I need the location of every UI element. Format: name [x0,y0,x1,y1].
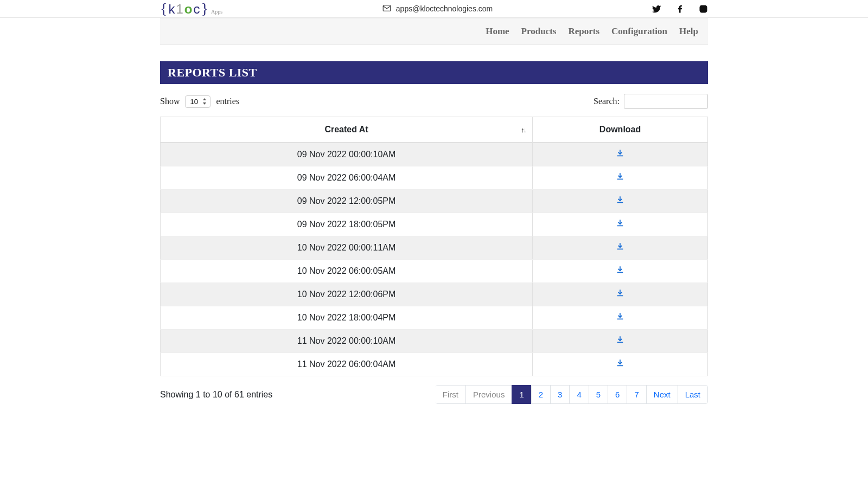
download-icon[interactable] [616,336,624,344]
table-info-text: Showing 1 to 10 of 61 entries [160,390,272,400]
cell-created-at: 09 Nov 2022 06:00:04AM [161,166,533,190]
cell-download [533,143,708,166]
pagination-previous: Previous [465,385,512,404]
cell-created-at: 09 Nov 2022 12:00:05PM [161,190,533,213]
table-row: 11 Nov 2022 06:00:04AM [161,353,708,376]
brand-logo[interactable]: {k1oc}Apps [160,0,222,17]
page-size-control: Show 10 entries [160,95,239,108]
table-row: 11 Nov 2022 00:00:10AM [161,330,708,353]
svg-rect-0 [383,5,391,11]
cell-created-at: 10 Nov 2022 18:00:04PM [161,306,533,330]
nav-item-home[interactable]: Home [486,26,509,37]
sort-icon: ↑↓ [521,126,526,134]
pagination-page-6[interactable]: 6 [608,385,627,404]
facebook-icon[interactable] [675,4,685,14]
download-icon[interactable] [616,150,624,157]
cell-created-at: 11 Nov 2022 00:00:10AM [161,330,533,353]
pagination-next[interactable]: Next [646,385,678,404]
pagination-first: First [436,385,466,404]
pagination: FirstPrevious1234567NextLast [436,385,708,404]
pagination-page-2[interactable]: 2 [531,385,551,404]
cell-created-at: 09 Nov 2022 18:00:05PM [161,213,533,236]
table-row: 10 Nov 2022 12:00:06PM [161,283,708,306]
download-icon[interactable] [616,173,624,181]
cell-download [533,213,708,236]
table-row: 09 Nov 2022 06:00:04AM [161,166,708,190]
cell-created-at: 10 Nov 2022 12:00:06PM [161,283,533,306]
download-icon[interactable] [616,220,624,227]
download-icon[interactable] [616,196,624,204]
page-size-select[interactable]: 10 [185,95,210,108]
cell-download [533,166,708,190]
svg-point-3 [705,6,706,7]
cell-download [533,260,708,283]
cell-created-at: 10 Nov 2022 06:00:05AM [161,260,533,283]
column-header-created-at-label: Created At [324,125,368,134]
table-row: 10 Nov 2022 00:00:11AM [161,236,708,260]
column-header-download[interactable]: Download [533,117,708,143]
column-header-created-at[interactable]: Created At ↑↓ [161,117,533,143]
search-input[interactable] [624,94,708,109]
table-row: 10 Nov 2022 18:00:04PM [161,306,708,330]
instagram-icon[interactable] [699,4,708,14]
pagination-page-3[interactable]: 3 [550,385,570,404]
nav-item-configuration[interactable]: Configuration [611,26,667,37]
social-links [652,4,708,14]
cell-created-at: 11 Nov 2022 06:00:04AM [161,353,533,376]
download-icon[interactable] [616,359,624,367]
svg-point-2 [702,7,705,10]
contact-email[interactable]: apps@kloctechnologies.com [382,3,493,15]
cell-download [533,283,708,306]
contact-email-text: apps@kloctechnologies.com [396,4,493,13]
column-header-download-label: Download [599,125,641,134]
main-nav: HomeProductsReportsConfigurationHelp [160,18,708,45]
cell-created-at: 09 Nov 2022 00:00:10AM [161,143,533,166]
pagination-page-4[interactable]: 4 [569,385,589,404]
pagination-page-1[interactable]: 1 [512,385,531,404]
pagination-page-5[interactable]: 5 [589,385,608,404]
cell-download [533,306,708,330]
download-icon[interactable] [616,313,624,320]
search-label: Search: [593,97,620,106]
table-row: 09 Nov 2022 00:00:10AM [161,143,708,166]
logo-suffix: Apps [211,9,222,15]
nav-item-reports[interactable]: Reports [568,26,599,37]
table-row: 09 Nov 2022 12:00:05PM [161,190,708,213]
pagination-page-7[interactable]: 7 [627,385,646,404]
twitter-icon[interactable] [652,4,661,14]
pagination-last[interactable]: Last [678,385,708,404]
download-icon[interactable] [616,266,624,274]
cell-download [533,236,708,260]
nav-item-products[interactable]: Products [521,26,557,37]
reports-table: Created At ↑↓ Download 09 Nov 2022 00:00… [160,117,708,376]
cell-download [533,190,708,213]
table-row: 09 Nov 2022 18:00:05PM [161,213,708,236]
cell-created-at: 10 Nov 2022 00:00:11AM [161,236,533,260]
cell-download [533,353,708,376]
download-icon[interactable] [616,243,624,251]
nav-item-help[interactable]: Help [679,26,698,37]
show-label-suffix: entries [216,97,239,106]
download-icon[interactable] [616,290,624,297]
page-title: REPORTS LIST [160,61,708,84]
mail-icon [382,3,392,15]
table-row: 10 Nov 2022 06:00:05AM [161,260,708,283]
cell-download [533,330,708,353]
show-label-prefix: Show [160,97,180,106]
